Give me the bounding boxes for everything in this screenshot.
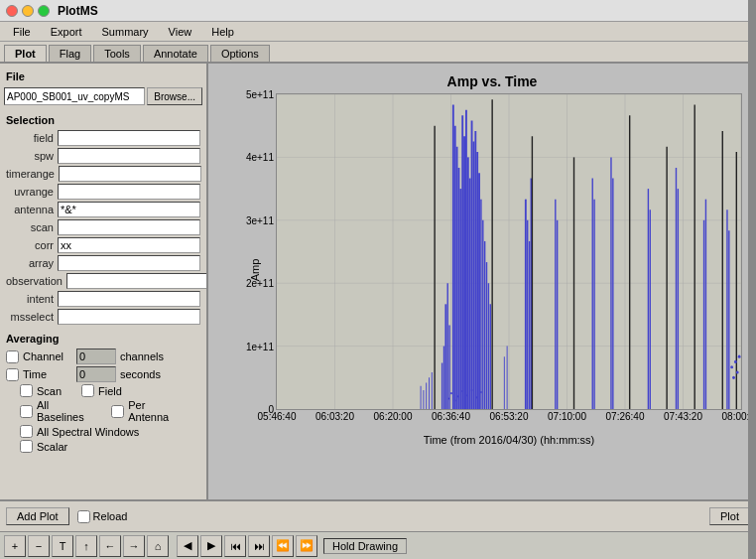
- chart-container: Amp vs. Time Amp 0 1e+11 2e+11 3e+11 4e+…: [238, 73, 746, 450]
- left-panel: File Browse... Selection fieldspwtimeran…: [0, 64, 208, 499]
- browse-button[interactable]: Browse...: [147, 87, 202, 105]
- label-msselect: msselect: [6, 311, 58, 323]
- scan-label: Scan: [37, 385, 62, 397]
- input-array[interactable]: [58, 255, 200, 271]
- channels-unit: channels: [120, 350, 164, 362]
- spectral-row: All Spectral Windows: [0, 424, 206, 439]
- channel-checkbox[interactable]: [6, 350, 19, 363]
- input-uvrange[interactable]: [58, 184, 200, 200]
- svg-point-75: [734, 360, 737, 363]
- close-button[interactable]: [6, 5, 18, 17]
- input-corr[interactable]: [58, 237, 200, 253]
- window-title: PlotMS: [58, 4, 98, 18]
- channel-input[interactable]: [76, 349, 116, 364]
- tool-last[interactable]: ⏭: [248, 535, 270, 557]
- all-baselines-label: All Baselines: [37, 399, 97, 423]
- field-avg-checkbox[interactable]: [81, 384, 94, 397]
- tab-flag[interactable]: Flag: [49, 45, 91, 62]
- field-avg-label: Field: [98, 385, 122, 397]
- tool-prev[interactable]: ◀: [177, 535, 198, 557]
- input-scan[interactable]: [58, 219, 200, 235]
- x-tick-0: 05:46:40: [258, 409, 297, 422]
- y-tick-3e11: 3e+11: [246, 214, 277, 225]
- menu-item-summary[interactable]: Summary: [93, 24, 158, 40]
- menu-item-view[interactable]: View: [160, 24, 201, 40]
- all-spectral-checkbox[interactable]: [20, 425, 33, 438]
- add-plot-button[interactable]: Add Plot: [6, 507, 69, 525]
- tool-right[interactable]: →: [123, 535, 145, 557]
- all-spectral-label: All Spectral Windows: [37, 426, 139, 438]
- svg-point-83: [466, 394, 468, 396]
- x-axis-label: Time (from 2016/04/30) (hh:mm:ss): [276, 434, 742, 446]
- scalar-label: Scalar: [37, 441, 67, 453]
- label-corr: corr: [6, 239, 58, 251]
- x-tick-1: 06:03:20: [315, 409, 354, 422]
- label-array: array: [6, 257, 58, 269]
- label-observation: observation: [6, 275, 66, 287]
- reload-checkbox[interactable]: [77, 510, 90, 523]
- svg-point-76: [736, 370, 739, 373]
- tab-annotate[interactable]: Annotate: [143, 45, 208, 62]
- menu-item-file[interactable]: File: [4, 24, 40, 40]
- chart-inner: 0 1e+11 2e+11 3e+11 4e+11 5e+11 05:46:40…: [276, 93, 742, 410]
- main-content: File Browse... Selection fieldspwtimeran…: [0, 64, 756, 499]
- x-tick-2: 06:20:00: [374, 409, 413, 422]
- time-avg-row: Time seconds: [0, 365, 206, 383]
- toolbar: + − T ↑ ← → ⌂ ◀ ▶ ⏮ ⏭ ⏪ ⏩ Hold Drawing: [0, 531, 756, 559]
- input-field[interactable]: [58, 130, 200, 146]
- svg-point-84: [471, 389, 473, 391]
- tool-minus[interactable]: −: [28, 535, 50, 557]
- menu-item-help[interactable]: Help: [202, 24, 243, 40]
- file-section-header: File: [0, 68, 206, 85]
- channel-label: Channel: [23, 350, 72, 362]
- input-timerange[interactable]: [59, 166, 201, 182]
- svg-point-85: [475, 396, 477, 398]
- x-tick-6: 07:26:40: [606, 409, 645, 422]
- hold-drawing-label: Hold Drawing: [323, 538, 407, 554]
- selection-row-intent: intent: [0, 290, 206, 308]
- tool-first[interactable]: ⏮: [224, 535, 246, 557]
- tool-next2[interactable]: ⏩: [296, 535, 317, 557]
- input-observation[interactable]: [66, 273, 208, 289]
- tool-zoom-plus[interactable]: +: [4, 535, 26, 557]
- plot-area: Amp vs. Time Amp 0 1e+11 2e+11 3e+11 4e+…: [208, 64, 756, 499]
- y-tick-4e11: 4e+11: [246, 152, 277, 163]
- svg-point-80: [454, 399, 456, 401]
- scan-checkbox[interactable]: [20, 384, 33, 397]
- file-input[interactable]: [4, 87, 145, 105]
- tab-plot[interactable]: Plot: [4, 45, 47, 62]
- input-spw[interactable]: [58, 148, 200, 164]
- tool-prev2[interactable]: ⏪: [272, 535, 294, 557]
- plot-button[interactable]: Plot: [709, 507, 750, 525]
- per-antenna-label: Per Antenna: [128, 399, 187, 423]
- input-intent[interactable]: [58, 291, 200, 307]
- tool-home[interactable]: ⌂: [147, 535, 169, 557]
- tab-options[interactable]: Options: [210, 45, 270, 62]
- selection-row-antenna: antenna: [0, 201, 206, 218]
- scalar-checkbox[interactable]: [20, 440, 33, 453]
- input-antenna[interactable]: [58, 202, 200, 217]
- selection-row-field: field: [0, 129, 206, 147]
- tool-left[interactable]: ←: [99, 535, 121, 557]
- time-checkbox[interactable]: [6, 368, 19, 381]
- label-scan: scan: [6, 221, 58, 233]
- selection-row-msselect: msselect: [0, 308, 206, 326]
- y-tick-2e11: 2e+11: [246, 278, 277, 289]
- maximize-button[interactable]: [38, 5, 50, 17]
- menu-item-export[interactable]: Export: [42, 24, 91, 40]
- selection-row-timerange: timerange: [0, 165, 206, 183]
- tab-tools[interactable]: Tools: [93, 45, 141, 62]
- menu-bar: FileExportSummaryViewHelp: [0, 22, 756, 42]
- input-msselect[interactable]: [58, 309, 200, 325]
- tool-up-arrow[interactable]: ↑: [75, 535, 97, 557]
- time-input[interactable]: [76, 366, 116, 382]
- chart-title: Amp vs. Time: [238, 73, 746, 89]
- tool-text[interactable]: T: [52, 535, 73, 557]
- all-baselines-checkbox[interactable]: [20, 405, 33, 418]
- label-intent: intent: [6, 293, 58, 305]
- file-row: Browse...: [0, 85, 206, 107]
- svg-point-86: [480, 391, 482, 393]
- minimize-button[interactable]: [22, 5, 34, 17]
- per-antenna-checkbox[interactable]: [111, 405, 124, 418]
- tool-next[interactable]: ▶: [200, 535, 222, 557]
